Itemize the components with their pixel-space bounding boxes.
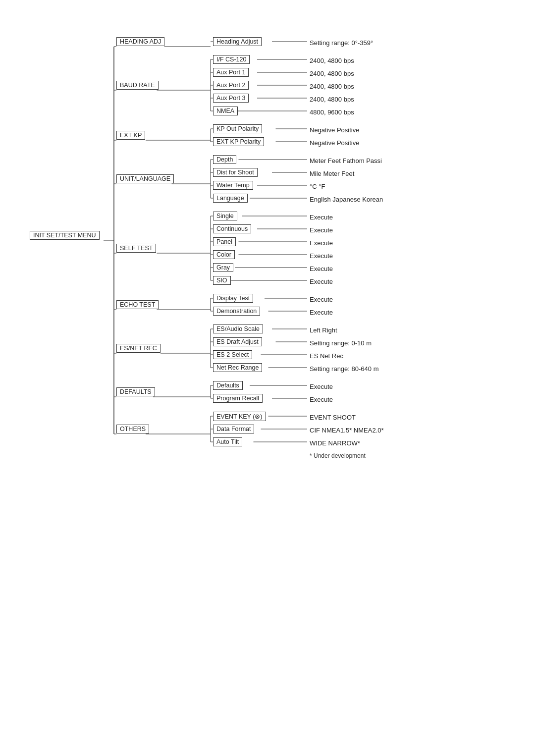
menu-node-text: Negative Positive: [310, 126, 359, 134]
menu-node-box: Heading Adjust: [213, 37, 262, 46]
menu-node-box: Color: [213, 250, 235, 259]
menu-node-box: INIT SET/TEST MENU: [30, 231, 100, 240]
menu-node-text: Setting range: 0°-359°: [310, 39, 373, 47]
menu-node-text: Execute: [310, 296, 333, 303]
menu-node-text: Left Right: [310, 326, 337, 334]
menu-node-box: Display Test: [213, 294, 253, 303]
menu-node-text: EVENT SHOOT: [310, 414, 356, 421]
menu-node-text: ES Net Rec: [310, 352, 343, 360]
menu-node-box: SIO: [213, 276, 231, 285]
menu-node-text: WIDE NARROW*: [310, 439, 360, 447]
menu-node-box: KP Out Polarity: [213, 124, 262, 133]
menu-node-box: SELF TEST: [116, 244, 156, 253]
menu-node-box: OTHERS: [116, 425, 149, 433]
menu-node-box: EXT KP Polarity: [213, 137, 264, 146]
menu-node-text: °C °F: [310, 183, 325, 190]
menu-node-text: 2400, 4800 bps: [310, 96, 354, 103]
under-development-note: * Under development: [310, 452, 366, 459]
menu-node-box: Dist for Shoot: [213, 168, 258, 177]
menu-node-text: Negative Positive: [310, 139, 359, 147]
menu-node-text: 2400, 4800 bps: [310, 70, 354, 77]
menu-node-box: ES/Audio Scale: [213, 324, 263, 333]
menu-node-box: Single: [213, 212, 237, 220]
menu-node-text: CIF NMEA1.5* NMEA2.0*: [310, 427, 384, 434]
menu-node-text: Meter Feet Fathom Passi: [310, 157, 382, 164]
menu-node-box: I/F CS-120: [213, 55, 250, 64]
menu-node-text: Execute: [310, 214, 333, 221]
menu-node-text: Execute: [310, 226, 333, 234]
menu-node-text: Execute: [310, 278, 333, 285]
menu-node-box: ES/NET REC: [116, 344, 160, 353]
menu-node-box: Program Recall: [213, 394, 263, 403]
menu-tree: INIT SET/TEST MENUHEADING ADJHeading Adj…: [30, 32, 505, 480]
menu-node-box: HEADING ADJ: [116, 37, 164, 46]
menu-node-box: Depth: [213, 155, 236, 164]
menu-node-box: Data Format: [213, 425, 254, 433]
menu-node-box: BAUD RATE: [116, 81, 159, 90]
menu-node-box: ES Draft Adjust: [213, 337, 262, 346]
menu-node-text: English Japanese Korean: [310, 196, 383, 203]
menu-node-text: Execute: [310, 252, 333, 260]
menu-node-box: Defaults: [213, 381, 243, 390]
menu-node-box: UNIT/LANGUAGE: [116, 174, 174, 183]
menu-node-box: EXT KP: [116, 131, 145, 140]
menu-node-box: Aux Port 3: [213, 94, 249, 103]
menu-node-text: Execute: [310, 396, 333, 403]
menu-node-text: Execute: [310, 239, 333, 247]
menu-node-box: Panel: [213, 237, 236, 246]
menu-node-box: Net Rec Range: [213, 363, 262, 372]
menu-node-text: Execute: [310, 309, 333, 316]
menu-node-box: DEFAULTS: [116, 387, 155, 396]
menu-node-text: 4800, 9600 bps: [310, 108, 354, 116]
menu-node-box: Continuous: [213, 224, 251, 233]
menu-node-box: Gray: [213, 263, 233, 272]
menu-node-box: Aux Port 1: [213, 68, 249, 77]
menu-node-box: Language: [213, 194, 248, 203]
menu-node-box: ECHO TEST: [116, 300, 159, 309]
menu-node-box: Water Temp: [213, 181, 253, 190]
menu-node-text: Execute: [310, 383, 333, 390]
menu-node-box: NMEA: [213, 107, 238, 115]
menu-node-text: Setting range: 80-640 m: [310, 365, 378, 373]
menu-node-text: 2400, 4800 bps: [310, 83, 354, 90]
menu-node-box: Demonstration: [213, 307, 260, 316]
menu-node-box: EVENT KEY (⊗): [213, 412, 266, 421]
menu-node-text: Mile Meter Feet: [310, 170, 354, 177]
menu-node-box: Aux Port 2: [213, 81, 249, 90]
menu-node-text: 2400, 4800 bps: [310, 57, 354, 64]
menu-node-box: ES 2 Select: [213, 350, 252, 359]
menu-node-text: Setting range: 0-10 m: [310, 339, 372, 347]
menu-node-text: Execute: [310, 265, 333, 272]
menu-node-box: Auto Tilt: [213, 437, 242, 446]
